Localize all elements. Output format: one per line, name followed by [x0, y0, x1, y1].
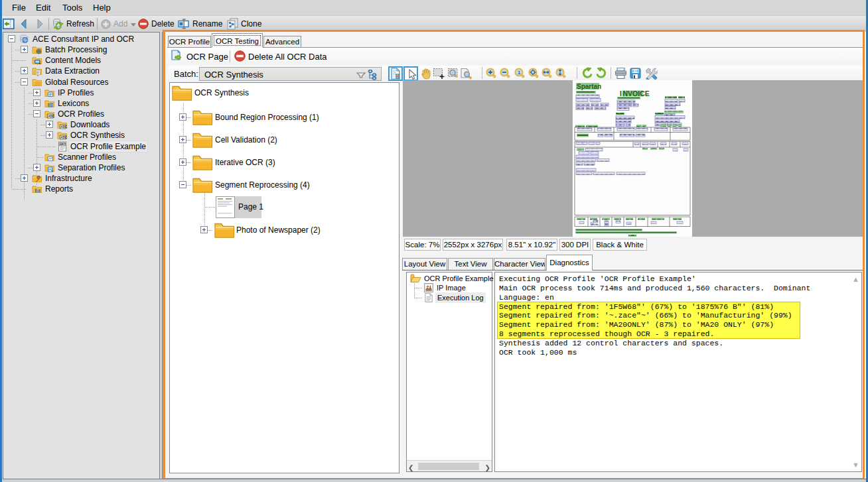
svg-text:NVOICE: NVOICE [623, 90, 650, 97]
svg-text:I: I [620, 90, 622, 97]
svg-text:ABC: ABC [60, 143, 65, 146]
svg-text:Spartan: Spartan [577, 83, 601, 90]
svg-text:ABC: ABC [60, 136, 68, 139]
svg-text:ABC: ABC [60, 125, 68, 129]
svg-text:ABC: ABC [48, 115, 55, 118]
svg-text:1: 1 [518, 70, 521, 76]
